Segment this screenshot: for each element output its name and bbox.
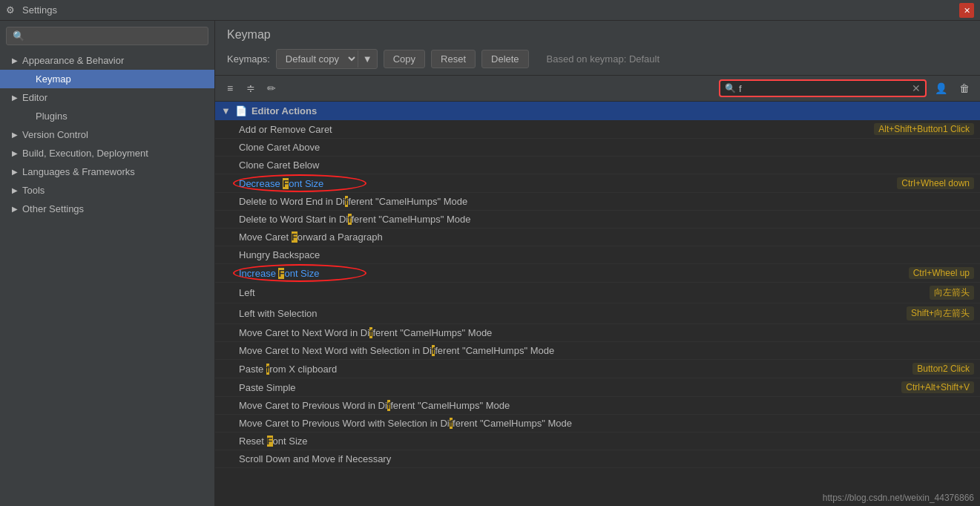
sidebar-item-label: Languages & Frameworks [22,166,135,177]
sidebar-item-keymap[interactable]: Keymap [0,70,214,88]
item-name: Clone Caret Below [239,160,974,171]
edit-btn[interactable]: ✏ [263,79,280,97]
shortcut-badge: Ctrl+Wheel up [909,267,974,279]
sidebar-item-label: Version Control [22,129,88,140]
search-area: 🔍 ✕ 👤 🗑 [719,79,974,98]
filter-icon-btn[interactable]: 🗑 [955,79,974,98]
highlight-char: f [348,214,351,225]
item-name: Paste Simple [239,382,901,393]
close-button[interactable]: ✕ [959,3,974,18]
user-icon-btn[interactable]: 👤 [931,79,950,98]
list-item-increase-font-size[interactable]: Increase Font SizeCtrl+Wheel up [215,264,980,283]
item-name: Scroll Down and Move if Necessary [239,453,974,464]
item-name: Left [239,287,930,298]
sidebar-item-version-control[interactable]: ▶Version Control [0,125,214,144]
item-name: Delete to Word End in Different "CamelHu… [239,196,974,207]
shortcut-badge: Ctrl+Wheel down [897,177,974,189]
list-item-reset-font-size[interactable]: Reset Font Size [215,433,980,450]
copy-button[interactable]: Copy [384,50,425,68]
sidebar-item-languages[interactable]: ▶Languages & Frameworks [0,162,214,181]
keymap-select[interactable]: Default copyDefaultEclipseEmacs [277,50,358,68]
sidebar-item-label: Plugins [36,111,68,122]
list-item-move-caret-next-word-sel[interactable]: Move Caret to Next Word with Selection i… [215,342,980,360]
list-item-paste-simple[interactable]: Paste SimpleCtrl+Alt+Shift+V [215,378,980,397]
content-header: Keymap Keymaps: Default copyDefaultEclip… [215,21,980,76]
sidebar-item-label: Other Settings [22,203,84,214]
delete-button[interactable]: Delete [481,50,529,68]
item-name: Clone Caret Above [239,142,974,153]
keymap-controls: Keymaps: Default copyDefaultEclipseEmacs… [227,49,968,69]
sidebar-item-label: Build, Execution, Deployment [22,148,148,159]
expand-all-btn[interactable]: ≡ [221,79,239,97]
list-item-hungry-backspace[interactable]: Hungry Backspace [215,246,980,264]
sidebar-search-input[interactable] [6,27,208,45]
page-title: Keymap [227,28,968,42]
sidebar-item-tools[interactable]: ▶Tools [0,181,214,200]
sidebar-arrow-icon: ▶ [12,149,18,157]
sidebar-item-label: Appearance & Behavior [22,55,124,66]
title-bar: ⚙ Settings ✕ [0,0,980,21]
list-item-move-caret-forward[interactable]: Move Caret Forward a Paragraph [215,229,980,246]
list-item-clone-caret-above[interactable]: Clone Caret Above [215,139,980,157]
reset-button[interactable]: Reset [431,50,476,68]
toolbar-row: ≡ ≑ ✏ 🔍 ✕ 👤 🗑 [215,76,980,102]
item-name: Reset Font Size [239,436,974,447]
list-item-left-with-selection[interactable]: Left with SelectionShift+向左箭头 [215,303,980,324]
item-name: Move Caret to Next Word in Different "Ca… [239,327,974,338]
sidebar-item-label: Keymap [36,73,71,85]
list-item-move-caret-next-word[interactable]: Move Caret to Next Word in Different "Ca… [215,324,980,342]
group-arrow-icon: ▼ [221,105,231,116]
item-name: Decrease Font Size [239,178,897,189]
keymap-list: ▼📄Editor ActionsAdd or Remove CaretAlt+S… [215,102,980,490]
list-item-move-caret-prev-word-sel[interactable]: Move Caret to Previous Word with Selecti… [215,415,980,433]
shortcut-badge: Button2 Click [912,363,974,375]
list-item-scroll-down[interactable]: Scroll Down and Move if Necessary [215,450,980,468]
item-name: Move Caret to Previous Word in Different… [239,400,974,411]
sidebar-item-editor[interactable]: ▶Editor [0,88,214,107]
highlight-char: f [432,345,435,356]
item-name: Increase Font Size [239,268,909,279]
item-name: Paste from X clipboard [239,364,912,375]
item-name: Move Caret Forward a Paragraph [239,231,974,243]
list-item-paste-x-clipboard[interactable]: Paste from X clipboardButton2 Click [215,360,980,378]
collapse-all-btn[interactable]: ≑ [242,79,260,97]
sidebar-item-appearance[interactable]: ▶Appearance & Behavior [0,51,214,70]
group-header-icon: 📄 [235,105,247,116]
based-on-label: Based on keymap: Default [547,53,660,65]
keymap-dropdown-icon[interactable]: ▼ [358,50,377,68]
list-item-add-remove-caret[interactable]: Add or Remove CaretAlt+Shift+Button1 Cli… [215,120,980,139]
item-name: Move Caret to Next Word with Selection i… [239,345,974,356]
item-name: Add or Remove Caret [239,124,874,135]
highlight-char: f [369,327,372,338]
list-item-move-caret-prev-word[interactable]: Move Caret to Previous Word in Different… [215,397,980,415]
list-item-delete-word-start[interactable]: Delete to Word Start in Different "Camel… [215,211,980,229]
item-name: Delete to Word Start in Different "Camel… [239,214,974,225]
list-item-delete-word-end[interactable]: Delete to Word End in Different "CamelHu… [215,193,980,211]
sidebar-item-other-settings[interactable]: ▶Other Settings [0,200,214,218]
sidebar-arrow-icon: ▶ [12,168,18,176]
list-item-clone-caret-below[interactable]: Clone Caret Below [215,157,980,174]
sidebar-item-label: Editor [22,92,47,103]
item-name: Hungry Backspace [239,249,974,260]
keymap-select-wrapper[interactable]: Default copyDefaultEclipseEmacs ▼ [276,49,378,69]
app-icon: ⚙ [6,4,18,16]
clear-search-icon[interactable]: ✕ [912,82,921,94]
sidebar-item-plugins[interactable]: Plugins [0,107,214,125]
group-header-editor-actions[interactable]: ▼📄Editor Actions [215,102,980,120]
sidebar-arrow-icon: ▶ [12,56,18,65]
sidebar-arrow-icon: ▶ [12,205,18,213]
search-icon: 🔍 [725,83,736,93]
highlight-char: F [283,178,289,189]
highlight-char: F [292,231,297,243]
highlight-char: f [450,418,453,429]
keymaps-label: Keymaps: [227,53,270,65]
sidebar-item-build-execution[interactable]: ▶Build, Execution, Deployment [0,144,214,162]
list-item-left[interactable]: Left向左箭头 [215,283,980,303]
url-bar: https://blog.csdn.net/weixin_44376866 [215,490,980,506]
group-label: Editor Actions [251,105,317,116]
sidebar-arrow-icon: ▶ [12,186,18,194]
search-input[interactable] [739,83,912,94]
sidebar-nav: ▶Appearance & BehaviorKeymap▶EditorPlugi… [0,51,214,218]
sidebar-arrow-icon: ▶ [12,93,18,102]
list-item-decrease-font-size[interactable]: Decrease Font SizeCtrl+Wheel down [215,174,980,193]
